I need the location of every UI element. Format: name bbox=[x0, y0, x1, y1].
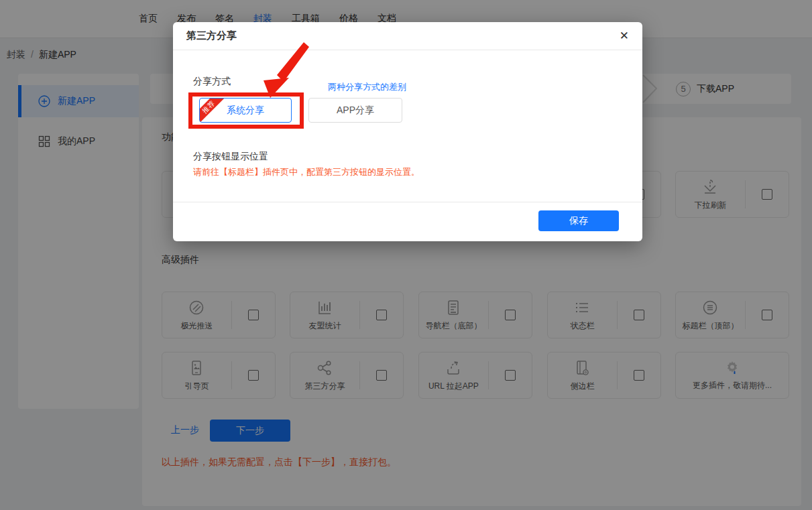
recommended-ribbon: 推荐 bbox=[199, 98, 227, 123]
modal-footer-divider bbox=[173, 202, 642, 202]
option-label: 系统分享 bbox=[227, 105, 264, 117]
system-share-option[interactable]: 推荐 系统分享 bbox=[199, 98, 292, 123]
share-mode-label: 分享方式 bbox=[193, 76, 231, 88]
app-share-option[interactable]: APP分享 bbox=[308, 98, 402, 123]
share-button-position-note: 请前往【标题栏】插件页中，配置第三方按钮的显示位置。 bbox=[193, 166, 420, 178]
share-button-position-label: 分享按钮显示位置 bbox=[193, 151, 268, 163]
modal-title: 第三方分享 bbox=[186, 29, 237, 42]
share-mode-diff-link[interactable]: 两种分享方式的差别 bbox=[328, 81, 406, 93]
close-icon[interactable]: ✕ bbox=[620, 30, 629, 42]
modal-header: 第三方分享 ✕ bbox=[173, 22, 642, 50]
option-label: APP分享 bbox=[337, 105, 374, 117]
third-party-share-modal: 第三方分享 ✕ 分享方式 两种分享方式的差别 推荐 系统分享 APP分享 分享按… bbox=[173, 22, 642, 241]
save-button[interactable]: 保存 bbox=[538, 210, 619, 231]
